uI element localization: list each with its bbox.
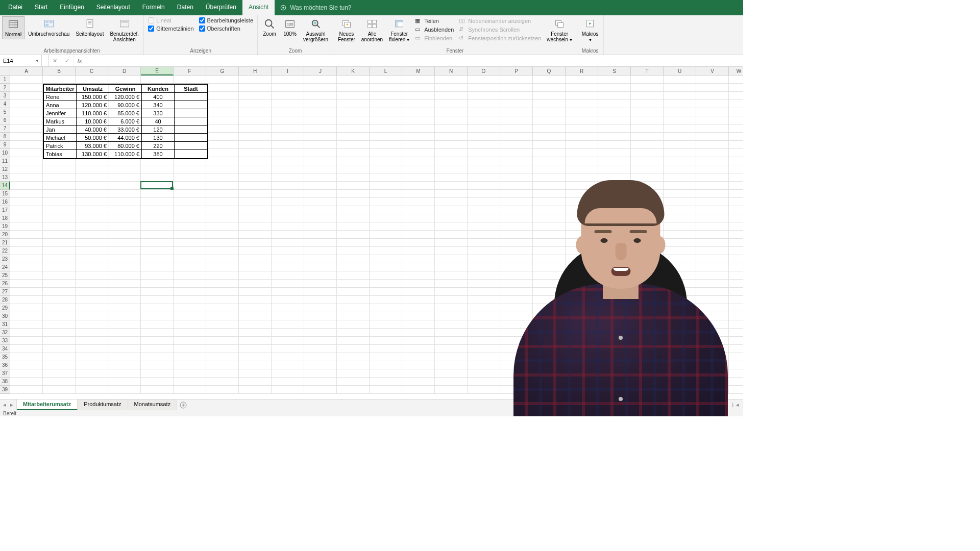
cell[interactable] <box>566 369 598 378</box>
cell[interactable] <box>304 271 337 280</box>
cell[interactable] <box>631 280 664 288</box>
cell[interactable] <box>402 239 435 247</box>
cell[interactable] <box>141 222 174 231</box>
table-cell[interactable]: 150.000 € <box>77 93 109 101</box>
cell[interactable] <box>304 353 337 361</box>
cell[interactable] <box>239 182 272 190</box>
cell[interactable] <box>304 263 337 271</box>
cell[interactable] <box>729 108 743 116</box>
cell[interactable] <box>435 133 468 141</box>
cell[interactable] <box>566 280 598 288</box>
zoom-button[interactable]: Zoom <box>260 16 279 38</box>
cell[interactable] <box>664 124 696 133</box>
cell[interactable] <box>108 190 141 198</box>
cell[interactable] <box>598 206 631 214</box>
cell[interactable] <box>304 165 337 173</box>
cell[interactable] <box>272 288 304 296</box>
cell[interactable] <box>598 124 631 133</box>
cell[interactable] <box>370 361 402 369</box>
cell[interactable] <box>141 173 174 182</box>
cell[interactable] <box>206 369 239 378</box>
cell[interactable] <box>370 116 402 124</box>
cell[interactable] <box>43 247 76 255</box>
cell[interactable] <box>174 386 206 394</box>
cell[interactable] <box>239 108 272 116</box>
cell[interactable] <box>76 231 108 239</box>
cell[interactable] <box>533 100 566 108</box>
cell[interactable] <box>239 116 272 124</box>
cell[interactable] <box>468 149 500 157</box>
cell[interactable] <box>337 206 370 214</box>
cell[interactable] <box>500 361 533 369</box>
cell[interactable] <box>631 312 664 320</box>
cell[interactable] <box>141 263 174 271</box>
cell[interactable] <box>337 182 370 190</box>
cell[interactable] <box>402 182 435 190</box>
cell[interactable] <box>500 116 533 124</box>
cell[interactable] <box>598 329 631 337</box>
cell[interactable] <box>402 141 435 149</box>
cell[interactable] <box>435 222 468 231</box>
cell[interactable] <box>598 263 631 271</box>
row-header[interactable]: 25 <box>0 271 10 280</box>
cell[interactable] <box>566 263 598 271</box>
cell[interactable] <box>304 190 337 198</box>
table-cell[interactable] <box>175 93 207 101</box>
cell[interactable] <box>337 378 370 386</box>
cell[interactable] <box>664 386 696 394</box>
cell[interactable] <box>174 288 206 296</box>
cell[interactable] <box>304 312 337 320</box>
cell[interactable] <box>337 345 370 353</box>
cell[interactable] <box>206 182 239 190</box>
cell[interactable] <box>402 263 435 271</box>
table-cell[interactable]: 6.000 € <box>109 117 142 126</box>
table-cell[interactable]: 220 <box>142 142 175 150</box>
cell[interactable] <box>10 182 43 190</box>
cell[interactable] <box>370 271 402 280</box>
cell[interactable] <box>696 92 729 100</box>
cell[interactable] <box>239 214 272 222</box>
cell[interactable] <box>631 206 664 214</box>
cell[interactable] <box>435 124 468 133</box>
cell[interactable] <box>533 92 566 100</box>
cell[interactable] <box>598 231 631 239</box>
cell[interactable] <box>370 239 402 247</box>
cell[interactable] <box>631 231 664 239</box>
cell[interactable] <box>729 165 743 173</box>
cell[interactable] <box>729 206 743 214</box>
cell[interactable] <box>468 173 500 182</box>
cell[interactable] <box>206 76 239 84</box>
table-cell[interactable]: 10.000 € <box>77 117 109 126</box>
tell-me-search[interactable]: Was möchten Sie tun? <box>275 0 356 15</box>
table-cell[interactable]: 120 <box>142 126 175 134</box>
cell[interactable] <box>76 369 108 378</box>
row-header[interactable]: 1 <box>0 76 10 84</box>
cell[interactable] <box>696 239 729 247</box>
table-cell[interactable] <box>175 109 207 117</box>
table-cell[interactable] <box>175 150 207 158</box>
cell[interactable] <box>696 108 729 116</box>
cell[interactable] <box>631 124 664 133</box>
cell[interactable] <box>500 173 533 182</box>
table-row[interactable]: Anna120.000 €90.000 €340 <box>44 101 207 109</box>
cell[interactable] <box>664 378 696 386</box>
cell[interactable] <box>598 280 631 288</box>
sheet-hscroll[interactable]: ⁞◂ <box>732 399 743 410</box>
cell[interactable] <box>76 304 108 312</box>
cell[interactable] <box>108 182 141 190</box>
cell[interactable] <box>304 133 337 141</box>
fx-icon[interactable]: fx <box>74 55 86 66</box>
cell[interactable] <box>664 141 696 149</box>
cell[interactable] <box>631 149 664 157</box>
cell[interactable] <box>43 206 76 214</box>
cell[interactable] <box>141 378 174 386</box>
cell[interactable] <box>239 173 272 182</box>
column-header[interactable]: P <box>500 67 533 76</box>
cell[interactable] <box>174 296 206 304</box>
cell[interactable] <box>76 271 108 280</box>
new-window-button[interactable]: ✦ Neues Fenster <box>335 16 358 44</box>
cell[interactable] <box>533 222 566 231</box>
cell[interactable] <box>468 165 500 173</box>
cell[interactable] <box>206 329 239 337</box>
cell[interactable] <box>304 141 337 149</box>
